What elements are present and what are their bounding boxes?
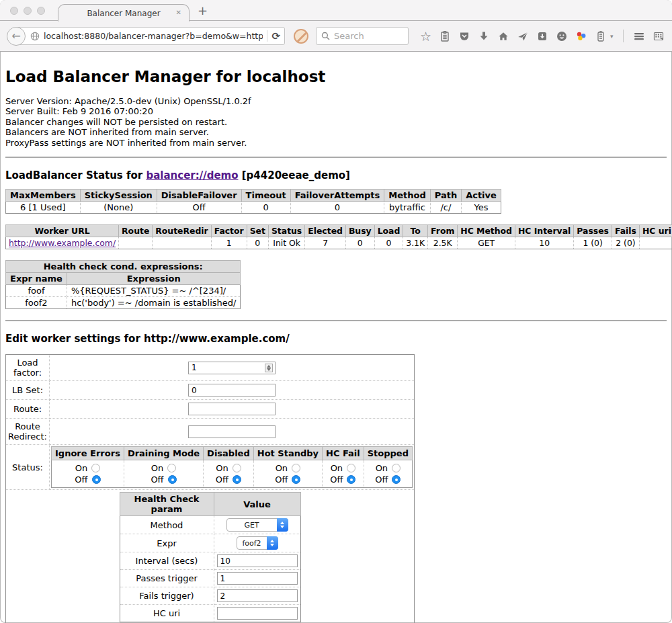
balancer-demo-link[interactable]: balancer://demo: [146, 169, 238, 181]
hc-fails-input[interactable]: [217, 589, 298, 602]
radio-stopped-off[interactable]: [392, 475, 401, 484]
downloads-icon[interactable]: [478, 30, 490, 42]
route-label: Route:: [6, 400, 50, 419]
column-header: Route: [119, 225, 153, 237]
radio-hc-fail-on[interactable]: [347, 464, 355, 472]
radio-label-off: Off: [151, 474, 163, 485]
zoom-window-button[interactable]: [37, 7, 45, 15]
cell-route: [119, 237, 153, 249]
column-header: To: [403, 225, 428, 237]
radio-hc-fail-off[interactable]: [347, 475, 355, 484]
column-header: Fails: [612, 225, 639, 237]
reading-list-icon[interactable]: [439, 30, 451, 42]
cell-path: /c/: [430, 202, 461, 214]
health-check-param-table: Health Check param Value Method GET: [120, 492, 301, 622]
pocket-icon[interactable]: [458, 30, 470, 42]
hc-method-label: Method: [120, 516, 214, 534]
radio-ignore-errors-off[interactable]: [92, 475, 101, 484]
close-window-button[interactable]: [10, 7, 18, 15]
search-bar[interactable]: Search: [316, 27, 409, 45]
expr-name: foof2: [6, 297, 67, 309]
radio-disabled-off[interactable]: [233, 475, 241, 484]
column-header: MaxMembers: [6, 190, 81, 202]
load-factor-input[interactable]: [188, 362, 276, 374]
balancer-status-table: MaxMembers StickySession DisableFailover…: [5, 189, 501, 214]
chevron-down-icon[interactable]: ▾: [610, 33, 614, 40]
cell-load: 0: [374, 237, 403, 249]
expr-value: hc('body') =~ /domain is established/: [67, 297, 241, 309]
minimize-window-button[interactable]: [24, 7, 32, 15]
radio-stopped-on[interactable]: [392, 464, 401, 472]
tab-title: Balancer Manager: [87, 9, 160, 18]
new-tab-button[interactable]: +: [198, 3, 208, 18]
proxypass-notice-line: ProxyPass settings are NOT inherited fro…: [5, 138, 667, 148]
menu-icon[interactable]: [633, 30, 645, 42]
column-header: Status: [268, 225, 304, 237]
hc-uri-label: HC uri: [120, 605, 214, 622]
cell-status: Init Ok: [268, 237, 304, 249]
cell-set: 0: [247, 237, 268, 249]
column-header: HC uri: [639, 225, 672, 237]
radio-hot-standby-off[interactable]: [292, 475, 300, 484]
radio-ignore-errors-on[interactable]: [91, 464, 100, 472]
tab-close-icon[interactable]: ✕: [176, 9, 181, 16]
cell-active: Yes: [462, 202, 501, 214]
adblock-icon[interactable]: [294, 29, 308, 44]
route-redirect-input[interactable]: [188, 425, 276, 438]
search-icon: [321, 32, 330, 40]
cell-failoverattempts: 0: [290, 202, 384, 214]
home-icon[interactable]: [497, 30, 509, 42]
window-controls: [10, 7, 45, 15]
battery-extension-icon[interactable]: [595, 30, 607, 42]
column-header: Factor: [211, 225, 247, 237]
cell-stickysession: (None): [80, 202, 157, 214]
back-button[interactable]: ←: [7, 27, 26, 46]
radio-hot-standby-on[interactable]: [292, 464, 300, 472]
radio-draining-mode-on[interactable]: [167, 464, 176, 472]
page-content: Load Balancer Manager for localhost Serv…: [0, 52, 672, 623]
table-row: foof2 hc('body') =~ /domain is establish…: [6, 297, 241, 309]
hc-expr-select[interactable]: foof2: [237, 536, 278, 550]
send-page-icon[interactable]: [517, 30, 529, 42]
radio-label-on: On: [331, 462, 343, 474]
hc-interval-input[interactable]: [217, 554, 298, 567]
hc-passes-input[interactable]: [217, 572, 298, 585]
lb-set-input[interactable]: [188, 384, 276, 397]
globe-icon: [30, 32, 40, 41]
balancers-notice-line: Balancers are NOT inherited from main se…: [5, 127, 667, 137]
status-table: Ignore Errors Draining Mode Disabled Hot…: [51, 446, 413, 488]
url-text[interactable]: localhost:8880/balancer-manager?b=demo&w…: [44, 31, 263, 41]
hc-method-select[interactable]: GET: [226, 518, 288, 532]
edit-worker-form: Load factor: LB Set: Route: Route Redire…: [5, 354, 415, 623]
column-header: Expr name: [6, 273, 67, 285]
cell-hc-interval: 10: [515, 237, 573, 249]
cell-method: bytraffic: [384, 202, 430, 214]
save-to-device-icon[interactable]: [536, 30, 548, 42]
divider: [5, 157, 667, 158]
radio-label-on: On: [376, 462, 388, 474]
number-stepper[interactable]: [265, 364, 273, 372]
tab-balancer-manager[interactable]: Balancer Manager ✕: [58, 4, 190, 22]
keyboard-extension-icon[interactable]: [653, 30, 665, 42]
colored-dots-extension-icon[interactable]: [575, 30, 587, 42]
reload-icon[interactable]: ⟳: [271, 30, 280, 42]
cell-to: 3.1K: [403, 237, 428, 249]
radio-label-on: On: [276, 462, 288, 474]
expr-table-title: Health check cond. expressions:: [6, 261, 241, 273]
radio-disabled-on[interactable]: [233, 464, 241, 472]
hc-uri-input[interactable]: [217, 607, 298, 620]
route-input[interactable]: [188, 403, 276, 415]
worker-url-link[interactable]: http://www.example.com/: [9, 238, 116, 248]
bookmark-star-icon[interactable]: ☆: [420, 30, 431, 42]
cell-disablefailover: Off: [157, 202, 241, 214]
radio-draining-mode-off[interactable]: [168, 475, 177, 484]
url-bar[interactable]: localhost:8880/balancer-manager?b=demo&w…: [16, 27, 285, 45]
health-check-expressions-table: Health check cond. expressions: Expr nam…: [5, 260, 241, 309]
cell-hc-uri: [639, 237, 672, 249]
route-redirect-label: Route Redirect:: [6, 419, 50, 445]
column-header: Timeout: [241, 190, 290, 202]
radio-label-off: Off: [375, 474, 388, 485]
chat-smiley-icon[interactable]: [556, 30, 568, 42]
cell-from: 2.5K: [428, 237, 458, 249]
heading-prefix: LoadBalancer Status for: [5, 169, 146, 181]
